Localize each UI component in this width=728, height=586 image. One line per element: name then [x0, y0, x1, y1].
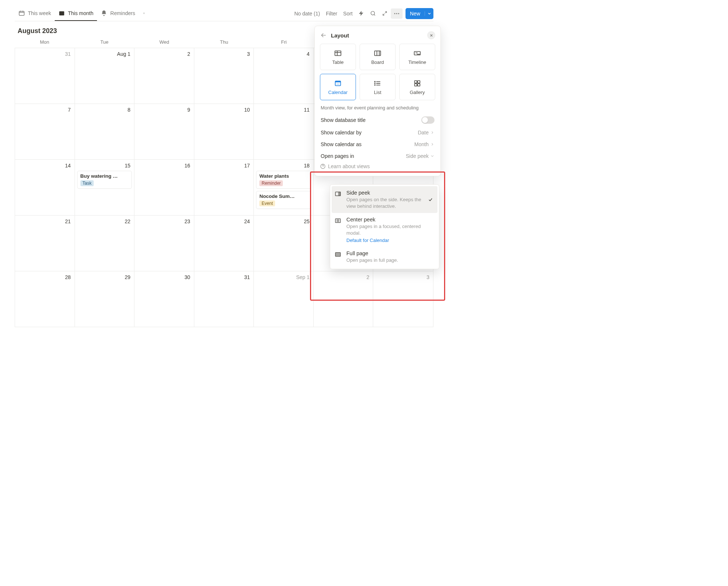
- day-number: 2: [137, 50, 192, 59]
- dropdown-option-full-page[interactable]: Full page Open pages in full page.: [332, 247, 437, 267]
- row-label: Open pages in: [321, 153, 354, 159]
- row-open-pages-in[interactable]: Open pages in Side peek: [320, 150, 435, 162]
- search-button[interactable]: [367, 8, 379, 19]
- calendar-cell[interactable]: 4: [254, 48, 314, 104]
- check-icon: [428, 190, 434, 209]
- calendar-cell[interactable]: 18Water plantsReminderNocode Sum…Event: [254, 160, 314, 216]
- help-icon: [320, 163, 326, 169]
- calendar-cell[interactable]: Aug 1: [75, 48, 135, 104]
- calendar-cell[interactable]: 17: [194, 160, 254, 216]
- learn-about-views-link[interactable]: Learn about views: [320, 162, 435, 169]
- calendar-cell[interactable]: 29: [75, 271, 135, 327]
- tab-this-week[interactable]: This week: [15, 6, 55, 21]
- row-show-calendar-by[interactable]: Show calendar by Date: [320, 127, 435, 138]
- day-number: 31: [197, 274, 252, 282]
- calendar-cell[interactable]: Sep 1: [254, 271, 314, 327]
- dropdown-option-center-peek[interactable]: Center peek Open pages in a focused, cen…: [332, 213, 437, 247]
- day-number: 22: [77, 218, 132, 227]
- calendar-cell[interactable]: 28: [15, 271, 75, 327]
- event-title: Water plants: [259, 173, 308, 179]
- row-label: Show calendar by: [321, 130, 361, 135]
- bell-icon: [101, 10, 107, 17]
- option-description: Open pages on the side. Keeps the view b…: [346, 196, 424, 209]
- no-date-button[interactable]: No date (1): [291, 8, 323, 19]
- chevron-down-icon: [430, 154, 435, 158]
- weekday-label: Mon: [15, 39, 75, 45]
- layout-option-list[interactable]: List: [360, 74, 396, 100]
- calendar-cell[interactable]: 15Buy watering …Task: [75, 160, 135, 216]
- calendar-cell[interactable]: 2: [314, 271, 374, 327]
- calendar-cell[interactable]: 3: [194, 48, 254, 104]
- layout-option-label: Board: [371, 59, 384, 65]
- layout-option-label: Table: [332, 59, 343, 65]
- layout-option-board[interactable]: Board: [360, 44, 396, 70]
- svg-point-16: [375, 83, 375, 84]
- button-label: New: [406, 11, 425, 17]
- gallery-icon: [413, 79, 421, 87]
- calendar-cell[interactable]: 30: [134, 271, 194, 327]
- row-label: Show calendar as: [321, 141, 361, 147]
- row-value: Date: [418, 130, 429, 135]
- calendar-cell[interactable]: 16: [134, 160, 194, 216]
- event-card[interactable]: Water plantsReminder: [256, 171, 311, 189]
- sort-button[interactable]: Sort: [340, 8, 356, 19]
- plus-icon: [143, 10, 145, 17]
- calendar-cell[interactable]: 10: [194, 104, 254, 160]
- back-button[interactable]: [320, 32, 327, 39]
- day-number: 8: [77, 106, 132, 115]
- day-number: 9: [137, 106, 192, 115]
- calendar-cell[interactable]: 23: [134, 216, 194, 271]
- layout-option-calendar[interactable]: Calendar: [320, 74, 356, 100]
- calendar-cell[interactable]: 24: [194, 216, 254, 271]
- event-card[interactable]: Nocode Sum…Event: [256, 191, 311, 209]
- calendar-cell[interactable]: 11: [254, 104, 314, 160]
- dropdown-option-side-peek[interactable]: Side peek Open pages on the side. Keeps …: [332, 186, 437, 213]
- tab-label: This month: [68, 10, 93, 16]
- tab-this-month[interactable]: This month: [55, 6, 97, 21]
- day-number: 29: [77, 274, 132, 282]
- row-show-calendar-as[interactable]: Show calendar as Month: [320, 138, 435, 150]
- board-icon: [374, 49, 382, 57]
- layout-option-gallery[interactable]: Gallery: [399, 74, 435, 100]
- calendar-cell[interactable]: 3: [373, 271, 433, 327]
- calendar-cell[interactable]: 14: [15, 160, 75, 216]
- more-options-button[interactable]: [391, 8, 403, 19]
- calendar-cell[interactable]: 21: [15, 216, 75, 271]
- layout-settings-panel: Layout Table Board Timeline Calendar: [314, 26, 441, 176]
- calendar-cell[interactable]: 25: [254, 216, 314, 271]
- toggle-off[interactable]: [421, 116, 435, 124]
- svg-rect-19: [418, 80, 420, 83]
- calendar-cell[interactable]: 22: [75, 216, 135, 271]
- tab-reminders[interactable]: Reminders: [97, 6, 139, 21]
- calendar-cell[interactable]: 9: [134, 104, 194, 160]
- svg-rect-26: [337, 220, 339, 222]
- day-number: 21: [17, 218, 72, 227]
- svg-point-4: [394, 13, 395, 14]
- calendar-cell[interactable]: 8: [75, 104, 135, 160]
- expand-button[interactable]: [379, 8, 391, 19]
- weekday-label: Wed: [134, 39, 194, 45]
- automations-button[interactable]: [356, 8, 367, 19]
- close-button[interactable]: [427, 31, 435, 39]
- day-number: 16: [137, 162, 192, 171]
- calendar-cell[interactable]: 31: [15, 48, 75, 104]
- add-view-button[interactable]: [139, 6, 149, 21]
- event-tag: Reminder: [259, 180, 283, 186]
- calendar-cell[interactable]: 2: [134, 48, 194, 104]
- filter-button[interactable]: Filter: [323, 8, 340, 19]
- view-tabs-bar: This week This month Reminders No date (…: [15, 6, 433, 21]
- calendar-cell[interactable]: 31: [194, 271, 254, 327]
- calendar-cell[interactable]: 7: [15, 104, 75, 160]
- event-tag: Event: [259, 200, 275, 206]
- layout-option-timeline[interactable]: Timeline: [399, 44, 435, 70]
- weekday-label: Fri: [254, 39, 314, 45]
- layout-option-table[interactable]: Table: [320, 44, 356, 70]
- day-number: 28: [17, 274, 72, 282]
- new-button[interactable]: New: [406, 8, 433, 19]
- close-icon: [429, 33, 433, 37]
- day-number: 30: [137, 274, 192, 282]
- event-card[interactable]: Buy watering …Task: [77, 171, 132, 189]
- new-button-dropdown[interactable]: [425, 11, 433, 16]
- svg-rect-0: [19, 11, 24, 15]
- row-show-db-title[interactable]: Show database title: [320, 113, 435, 127]
